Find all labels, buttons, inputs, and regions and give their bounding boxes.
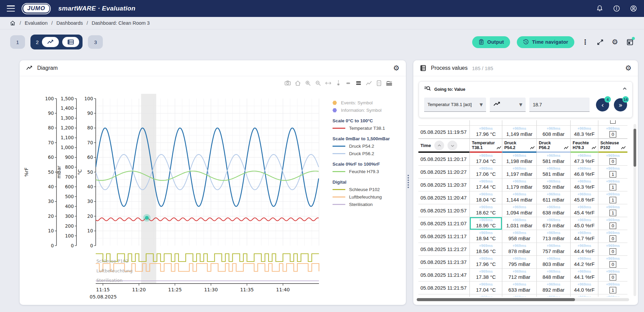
legend-symbol-item[interactable]: Information: Symbol bbox=[332, 108, 404, 113]
value-cell[interactable]: +969ms608 mBar bbox=[537, 126, 571, 138]
table-row[interactable]: 05.08.2025 11:21:17+969ms18.94 °C+969ms9… bbox=[418, 230, 627, 243]
table-row[interactable]: 05.08.2025 11:21:07+969ms18.96 °C+969ms1… bbox=[418, 217, 627, 230]
chart-plot-area[interactable]: 0102030405060708090100%rF010020030040050… bbox=[21, 78, 331, 304]
home-icon[interactable] bbox=[9, 20, 16, 26]
column-header-cell[interactable]: Druck P54.2 bbox=[502, 139, 537, 153]
value-cell[interactable]: +969ms17.96 °C bbox=[470, 126, 502, 138]
table-row[interactable]: 05.08.2025 11:21:37+969ms17.96 °C+969ms7… bbox=[418, 256, 627, 269]
legend-series-item[interactable]: Feuchte H79.3 bbox=[332, 169, 404, 174]
value-cell[interactable]: +969ms17.04 °C bbox=[470, 282, 502, 294]
value-cell[interactable]: +969ms45.0 %rF bbox=[571, 217, 598, 230]
value-cell[interactable]: +969ms18.04 °C bbox=[470, 191, 502, 204]
line-chart-icon[interactable] bbox=[366, 80, 372, 86]
compare-single-icon[interactable] bbox=[345, 80, 352, 86]
value-cell[interactable]: +969ms bbox=[571, 294, 598, 297]
value-cell[interactable]: +969ms1,198 mBar bbox=[502, 153, 537, 165]
sort-ascending-button[interactable] bbox=[434, 141, 444, 150]
menu-icon[interactable] bbox=[7, 5, 15, 12]
value-cell[interactable]: +969ms1 bbox=[598, 204, 627, 217]
value-cell[interactable]: +969ms0 bbox=[598, 243, 627, 255]
value-cell[interactable]: +969ms44.0 %rF bbox=[571, 282, 598, 294]
breadcrumb-item[interactable]: Dashboard: Clean Room 3 bbox=[92, 20, 150, 26]
value-cell[interactable]: +969ms633 mBar bbox=[502, 282, 537, 294]
value-cell[interactable]: +969ms795 mBar bbox=[502, 256, 537, 268]
value-cell[interactable]: +969ms17.96 °C bbox=[470, 256, 502, 268]
value-cell[interactable]: +969ms18.62 °C bbox=[470, 204, 502, 217]
value-cell[interactable]: +969ms46.8 %rF bbox=[571, 166, 598, 178]
legend-series-item[interactable]: Luftbefeuchtung bbox=[332, 194, 404, 200]
tab-page-1[interactable]: 1 bbox=[10, 35, 25, 49]
table-row[interactable]: 05.08.2025 11:20:37+969ms17.44 °C+969ms1… bbox=[418, 179, 627, 191]
value-cell[interactable]: +969ms673 mBar bbox=[537, 217, 571, 230]
table-row[interactable]: 05.08.2025 11:21:57+969ms17.04 °C+969ms6… bbox=[418, 282, 627, 294]
legend-series-item[interactable]: Sterilisation bbox=[332, 202, 404, 207]
mode-select[interactable]: ▼ bbox=[490, 98, 526, 112]
table-vertical-scrollbar-thumb[interactable] bbox=[634, 129, 636, 167]
value-cell[interactable]: +969ms892 mBar bbox=[537, 282, 571, 294]
value-cell[interactable]: +969ms878 mBar bbox=[502, 243, 537, 255]
table-row[interactable]: 05.08.2025 11:20:57+969ms18.62 °C+969ms1… bbox=[418, 204, 627, 217]
compare-double-icon[interactable] bbox=[355, 80, 362, 86]
time-navigator-button[interactable]: Time navigator bbox=[517, 36, 574, 48]
table-row[interactable]: 05.08.2025 11:20:27+969ms17.06 °C+969ms1… bbox=[418, 166, 627, 179]
value-cell[interactable]: +969ms18.94 °C bbox=[470, 230, 502, 243]
value-cell[interactable]: +969ms48.3 %rF bbox=[571, 126, 598, 138]
value-cell[interactable]: +969ms712 mBar bbox=[502, 269, 537, 281]
value-cell[interactable]: +969ms1 bbox=[598, 166, 627, 178]
tab-page-2-active[interactable]: 2 bbox=[30, 35, 83, 49]
hover-closest-icon[interactable] bbox=[335, 80, 342, 86]
value-cell[interactable]: +969ms bbox=[598, 294, 627, 297]
column-header-cell[interactable]: Druck P56.2 bbox=[537, 139, 571, 153]
fit-vertical-icon[interactable] bbox=[376, 80, 382, 86]
value-cell[interactable]: +969ms0 bbox=[598, 217, 627, 230]
value-cell[interactable]: +969ms18.96 °C bbox=[470, 217, 502, 230]
value-cell[interactable]: +969ms1,197 mBar bbox=[502, 166, 537, 178]
value-cell[interactable]: +969ms44.2 %rF bbox=[571, 256, 598, 268]
value-cell[interactable]: +969ms1,144 mBar bbox=[502, 191, 537, 204]
value-cell[interactable]: +969ms611 mBar bbox=[537, 191, 571, 204]
value-cell[interactable]: +969ms45.4 %rF bbox=[571, 204, 598, 217]
process-values-settings-icon[interactable]: ⚙ bbox=[625, 65, 631, 72]
value-cell[interactable]: +969ms0 bbox=[598, 153, 627, 165]
value-cell[interactable]: +969ms592 mBar bbox=[537, 179, 571, 191]
value-cell[interactable]: +969ms bbox=[470, 294, 502, 297]
value-cell[interactable]: +969ms47.3 %rF bbox=[571, 153, 598, 165]
value-cell[interactable]: +969ms45.8 %rF bbox=[571, 191, 598, 204]
value-cell[interactable]: +969ms958 mBar bbox=[502, 230, 537, 243]
value-cell[interactable]: +969ms0 bbox=[598, 269, 627, 281]
value-cell[interactable]: +969ms17.44 °C bbox=[470, 179, 502, 191]
breadcrumb-item[interactable]: Dashboards bbox=[56, 20, 83, 26]
value-cell[interactable]: +969ms bbox=[502, 294, 537, 297]
value-cell[interactable]: +969ms44.7 %rF bbox=[571, 230, 598, 243]
value-cell[interactable]: +969ms1,149 mBar bbox=[502, 126, 537, 138]
legend-symbol-item[interactable]: Events: Symbol bbox=[332, 100, 404, 105]
value-cell[interactable]: +969ms46.3 %rF bbox=[571, 179, 598, 191]
stacked-area-icon[interactable] bbox=[386, 80, 392, 86]
value-cell[interactable]: +969ms713 mBar bbox=[537, 230, 571, 243]
value-cell[interactable]: +969ms17.06 °C bbox=[470, 166, 502, 178]
table-row[interactable]: 05.08.2025 11:21:47+969ms17.38 °C+969ms7… bbox=[418, 269, 627, 282]
legend-series-item[interactable]: Druck P54.2 bbox=[332, 144, 404, 149]
column-header-cell[interactable]: Temperatur T38.1 bbox=[470, 139, 502, 153]
value-cell[interactable]: +969ms638 mBar bbox=[537, 204, 571, 217]
value-cell[interactable]: +969ms1,031 mBar bbox=[502, 217, 537, 230]
legend-series-item[interactable]: Schleuse P102 bbox=[332, 187, 404, 192]
more-options-icon[interactable]: ⋮ bbox=[581, 38, 589, 46]
table-view-toggle[interactable] bbox=[62, 37, 79, 47]
info-icon[interactable] bbox=[613, 5, 620, 12]
save-dashboard-icon[interactable] bbox=[626, 38, 634, 46]
column-header-cell[interactable]: Feuchte H79.3 bbox=[571, 139, 598, 153]
legend-series-item[interactable]: Druck P56.2 bbox=[332, 151, 404, 156]
panel-resize-handle[interactable] bbox=[408, 175, 409, 188]
value-cell[interactable]: +969ms17.38 °C bbox=[470, 269, 502, 281]
value-cell[interactable]: +969ms0 bbox=[598, 126, 627, 138]
collapse-chevron-icon[interactable] bbox=[622, 86, 627, 92]
table-vertical-scrollbar[interactable] bbox=[634, 124, 636, 296]
value-cell[interactable]: +969ms17.04 °C bbox=[470, 153, 502, 165]
table-row[interactable]: 05.08.2025 11:20:47+969ms18.04 °C+969ms1… bbox=[418, 191, 627, 204]
account-icon[interactable] bbox=[630, 5, 637, 12]
table-horizontal-scrollbar-thumb[interactable] bbox=[417, 298, 575, 301]
column-header-cell[interactable]: Schleuse P102 bbox=[598, 139, 627, 153]
table-row[interactable]: 05.08.2025 11:20:17+969ms17.04 °C+969ms1… bbox=[418, 153, 627, 166]
diagram-settings-icon[interactable]: ⚙ bbox=[393, 65, 399, 72]
